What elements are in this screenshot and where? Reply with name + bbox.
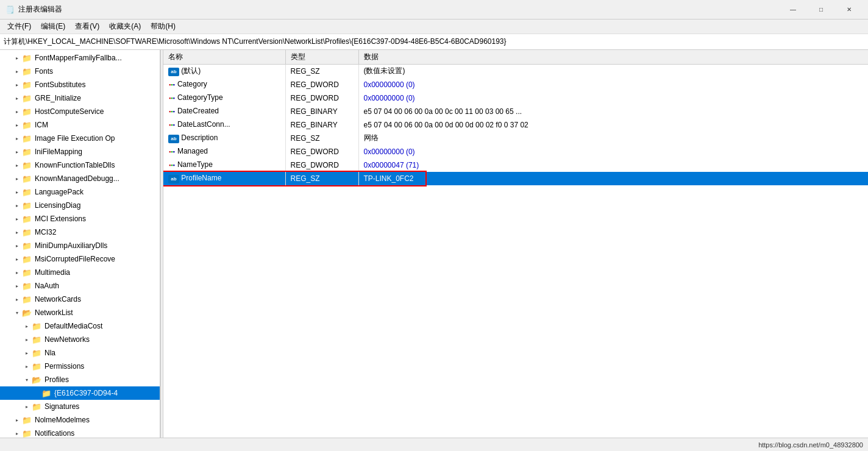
reg-data-cell: TP-LINK_0FC2 — [358, 172, 868, 185]
menu-edit[interactable]: 编辑(E) — [36, 20, 70, 33]
tree-item[interactable]: ▾📂NetworkList — [0, 306, 160, 319]
data-value: 0x00000000 (0) — [364, 80, 415, 89]
expand-icon: ▸ — [12, 270, 22, 275]
menu-view[interactable]: 查看(V) — [70, 20, 104, 33]
tree-item[interactable]: ▸📁Fonts — [0, 65, 160, 78]
tree-item[interactable]: ▸📁LicensingDiag — [0, 199, 160, 212]
table-row[interactable]: ab (默认)REG_SZ(数值未设置) — [163, 65, 868, 78]
expand-icon: ▸ — [22, 350, 32, 356]
tree-item[interactable]: ▸📁FontSubstitutes — [0, 78, 160, 91]
tree-item[interactable]: ▸📁KnownFunctionTableDlls — [0, 158, 160, 172]
dword-icon: ▪▪▪ — [168, 107, 176, 116]
tree-item[interactable]: ▸📁NetworkCards — [0, 293, 160, 306]
registry-tree[interactable]: ▸📁FontMapperFamilyFallba...▸📁Fonts▸📁Font… — [0, 50, 160, 438]
tree-item-label: NolmeModelmes — [35, 416, 90, 424]
expand-icon: ▾ — [12, 310, 22, 316]
folder-icon: 📁 — [22, 295, 33, 304]
tree-item-label: ICM — [35, 121, 48, 129]
tree-item[interactable]: ▸📁Image File Execution Op — [0, 132, 160, 145]
tree-item[interactable]: ▸📁MsiCorruptedFileRecove — [0, 252, 160, 266]
main-content: ▸📁FontMapperFamilyFallba...▸📁Fonts▸📁Font… — [0, 50, 868, 438]
folder-icon: 📁 — [22, 161, 33, 170]
menu-help[interactable]: 帮助(H) — [146, 20, 180, 33]
tree-item[interactable]: ▸📁HostComputeService — [0, 105, 160, 118]
expand-icon: ▸ — [12, 163, 22, 168]
tree-item[interactable]: ▸📁Notifications — [0, 427, 160, 438]
column-header-data[interactable]: 数据 — [358, 50, 868, 65]
folder-icon: 📁 — [32, 362, 43, 371]
expand-icon: ▸ — [22, 337, 32, 343]
expand-icon: ▸ — [12, 243, 22, 249]
column-header-name[interactable]: 名称 — [163, 50, 285, 65]
menu-file[interactable]: 文件(F) — [2, 20, 36, 33]
table-row[interactable]: ▪▪▪ DateLastConn...REG_BINARYe5 07 04 00… — [163, 118, 868, 132]
reg-name-text: CategoryType — [176, 93, 223, 102]
tree-item[interactable]: ▸📁MCI32 — [0, 226, 160, 239]
expand-icon: ▸ — [12, 283, 22, 289]
tree-item-label: MCI Extensions — [35, 215, 86, 223]
tree-item-label: MiniDumpAuxiliaryDlls — [35, 241, 107, 250]
reg-name-cell: ab (默认) — [163, 65, 285, 78]
reg-name-cell: ▪▪▪ CategoryType — [163, 91, 285, 105]
expand-icon: ▸ — [12, 82, 22, 88]
folder-icon: 📁 — [32, 322, 43, 331]
table-row[interactable]: ▪▪▪ CategoryREG_DWORD0x00000000 (0) — [163, 78, 868, 91]
table-row[interactable]: ab ProfileNameREG_SZTP-LINK_0FC2 — [163, 172, 868, 185]
reg-data-cell: 0x00000047 (71) — [358, 158, 868, 172]
folder-icon: 📁 — [22, 228, 33, 237]
reg-type-cell: REG_DWORD — [285, 145, 358, 158]
tree-item[interactable]: ▸📁NolmeModelmes — [0, 413, 160, 427]
reg-data-cell: 0x00000000 (0) — [358, 145, 868, 158]
menu-bar: 文件(F) 编辑(E) 查看(V) 收藏夹(A) 帮助(H) — [0, 20, 868, 34]
folder-icon: 📁 — [22, 107, 33, 116]
table-row[interactable]: ▪▪▪ CategoryTypeREG_DWORD0x00000000 (0) — [163, 91, 868, 105]
tree-item[interactable]: ▸📁ICM — [0, 118, 160, 132]
tree-item[interactable]: ▸📁GRE_Initialize — [0, 91, 160, 105]
tree-item[interactable]: ▸📁NewNetworks — [0, 333, 160, 346]
tree-item-label: DefaultMediaCost — [44, 322, 102, 330]
folder-icon: 📁 — [22, 201, 33, 210]
tree-item[interactable]: ▸📁IniFileMapping — [0, 145, 160, 158]
column-header-type[interactable]: 类型 — [285, 50, 358, 65]
dword-icon: ▪▪▪ — [168, 147, 176, 156]
maximize-button[interactable]: □ — [807, 0, 835, 20]
expand-icon: ▸ — [12, 109, 22, 115]
reg-name-cell: ab ProfileName — [163, 172, 285, 185]
tree-item[interactable]: 📁{E616C397-0D94-4 — [0, 386, 160, 400]
tree-item[interactable]: ▸📁Multimedia — [0, 266, 160, 279]
close-button[interactable]: ✕ — [835, 0, 863, 20]
ab-icon: ab — [168, 68, 179, 76]
expand-icon: ▸ — [12, 230, 22, 235]
tree-item[interactable]: ▸📁Permissions — [0, 360, 160, 373]
tree-item[interactable]: ▾📂Profiles — [0, 373, 160, 386]
reg-name-cell: ▪▪▪ NameType — [163, 158, 285, 172]
tree-item[interactable]: ▸📁FontMapperFamilyFallba... — [0, 51, 160, 65]
table-row[interactable]: ▪▪▪ ManagedREG_DWORD0x00000000 (0) — [163, 145, 868, 158]
folder-icon: 📂 — [32, 375, 43, 385]
tree-item-label: MsiCorruptedFileRecove — [35, 255, 115, 263]
expand-icon: ▸ — [12, 190, 22, 195]
reg-type-cell: REG_SZ — [285, 65, 358, 78]
status-bar: https://blog.csdn.net/m0_48932800 — [0, 438, 868, 451]
table-row[interactable]: ab DescriptionREG_SZ网络 — [163, 132, 868, 145]
folder-icon: 📁 — [22, 215, 33, 224]
tree-item[interactable]: ▸📁LanguagePack — [0, 185, 160, 199]
tree-item-label: KnownFunctionTableDlls — [35, 161, 115, 169]
tree-item-label: FontMapperFamilyFallba... — [35, 54, 122, 62]
tree-item[interactable]: ▸📁NaAuth — [0, 279, 160, 293]
minimize-button[interactable]: — — [779, 0, 807, 20]
reg-name-text: DateCreated — [176, 107, 219, 115]
menu-favorites[interactable]: 收藏夹(A) — [104, 20, 146, 33]
tree-item-label: FontSubstitutes — [35, 80, 85, 89]
tree-item[interactable]: ▸📁MCI Extensions — [0, 212, 160, 226]
tree-item[interactable]: ▸📁Nla — [0, 346, 160, 360]
tree-item[interactable]: ▸📁MiniDumpAuxiliaryDlls — [0, 239, 160, 252]
expand-icon: ▸ — [12, 136, 22, 141]
folder-icon: 📁 — [22, 188, 33, 197]
tree-item[interactable]: ▸📁KnownManagedDebugg... — [0, 172, 160, 185]
table-row[interactable]: ▪▪▪ NameTypeREG_DWORD0x00000047 (71) — [163, 158, 868, 172]
tree-item[interactable]: ▸📁DefaultMediaCost — [0, 319, 160, 333]
tree-item[interactable]: ▸📁Signatures — [0, 400, 160, 413]
folder-icon: 📁 — [32, 349, 43, 358]
table-row[interactable]: ▪▪▪ DateCreatedREG_BINARYe5 07 04 00 06 … — [163, 105, 868, 118]
